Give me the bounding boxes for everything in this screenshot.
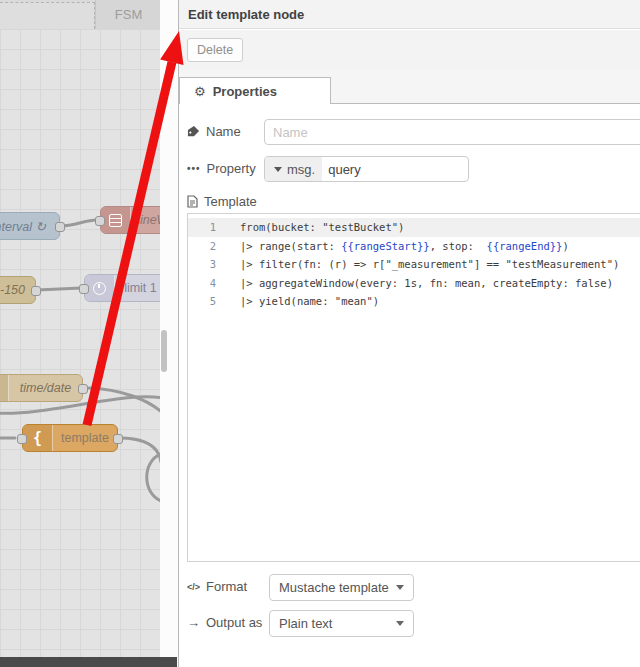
workspace-tabbar: FSM [0, 0, 160, 29]
edit-template-dialog: Edit template node Delete ⚙ Properties N… [178, 0, 640, 667]
flow-workspace: FSM interval ↻sineWaves-150limit 1 msgft… [0, 0, 160, 657]
node-s-150[interactable]: s-150 [0, 276, 36, 304]
ellipsis-icon: ••• [187, 163, 201, 174]
name-label-text: Name [206, 124, 241, 139]
node-sineWave[interactable]: sineWave [100, 206, 160, 234]
code-line[interactable]: 3|> filter(fn: (r) => r["_measurement"] … [188, 255, 640, 274]
line-number: 3 [188, 255, 216, 274]
code-text: |> yield(name: "mean") [240, 292, 379, 311]
code-icon: </> [187, 582, 200, 592]
property-type-selector[interactable]: msg. [265, 157, 322, 181]
file-code-icon [187, 195, 198, 208]
node-label: template [53, 431, 117, 445]
property-label-text: Property [207, 161, 256, 176]
node-port[interactable] [79, 284, 89, 294]
output-as-label-text: Output as [206, 615, 262, 630]
delete-button[interactable]: Delete [187, 38, 243, 62]
property-value[interactable]: query [322, 162, 361, 177]
flow-wires [0, 29, 160, 657]
doc-icon [101, 207, 131, 233]
chevron-down-icon [396, 621, 404, 626]
node-port[interactable] [17, 434, 27, 444]
node-label: limit 1 msg [115, 281, 160, 295]
template-code-editor[interactable]: 1from(bucket: "testBucket")2|> range(sta… [187, 213, 640, 562]
code-line[interactable]: 2|> range(start: {{rangeStart}}, stop: {… [188, 237, 640, 256]
code-text: |> aggregateWindow(every: 1s, fn: mean, … [240, 274, 613, 293]
tab-properties-label: Properties [213, 84, 277, 99]
dialog-toolbar: Delete [179, 30, 640, 70]
tab-properties[interactable]: ⚙ Properties [179, 77, 331, 104]
chevron-down-icon [396, 585, 404, 590]
flow-canvas[interactable]: interval ↻sineWaves-150limit 1 msgftime/… [0, 29, 160, 657]
format-label-text: Format [206, 579, 247, 594]
template-label: Template [187, 194, 257, 209]
format-select[interactable]: Mustache template [269, 574, 414, 601]
bottom-bar [0, 657, 177, 667]
node-port[interactable] [55, 222, 65, 232]
code-text: |> filter(fn: (r) => r["_measurement"] =… [240, 255, 619, 274]
brace-icon: { [23, 425, 53, 451]
output-as-select[interactable]: Plain text [269, 610, 414, 637]
property-prefix: msg. [287, 162, 315, 177]
wire[interactable] [147, 454, 160, 501]
format-select-value: Mustache template [279, 580, 389, 595]
node-time-date[interactable]: ftime/date [0, 374, 83, 402]
line-number: 1 [188, 218, 216, 237]
line-number: 4 [188, 274, 216, 293]
tag-icon [187, 125, 200, 138]
code-line[interactable]: 4|> aggregateWindow(every: 1s, fn: mean,… [188, 274, 640, 293]
line-number: 2 [188, 237, 216, 256]
code-text: |> range(start: {{rangeStart}}, stop: {{… [240, 237, 569, 256]
workspace-tab-ghost[interactable] [0, 2, 95, 29]
code-text: from(bucket: "testBucket") [240, 218, 404, 237]
output-as-select-value: Plain text [279, 616, 332, 631]
canvas-scrollbar-thumb[interactable] [161, 330, 167, 372]
node-template[interactable]: {template [22, 424, 118, 452]
code-line[interactable]: 5|> yield(name: "mean") [188, 292, 640, 311]
arrow-right-icon: → [187, 615, 200, 630]
format-label: </> Format [187, 579, 247, 594]
property-label: ••• Property [187, 161, 256, 176]
fx-icon: f [0, 375, 9, 401]
node-port[interactable] [113, 434, 123, 444]
name-input[interactable] [264, 119, 640, 145]
wire[interactable] [37, 288, 81, 290]
node-label: sineWave [131, 213, 160, 227]
node-label: interval ↻ [0, 219, 59, 234]
caret-down-icon [274, 167, 282, 172]
output-as-label: → Output as [187, 615, 262, 630]
node-port[interactable] [31, 286, 41, 296]
node-limit[interactable]: limit 1 msg [84, 274, 160, 302]
code-line[interactable]: 1from(bucket: "testBucket") [188, 218, 640, 237]
template-label-text: Template [204, 194, 257, 209]
clock-icon [85, 275, 115, 301]
workspace-tab-fsm[interactable]: FSM [95, 0, 161, 29]
node-port[interactable] [78, 384, 88, 394]
line-number: 5 [188, 292, 216, 311]
node-label: time/date [9, 381, 82, 395]
property-typed-input[interactable]: msg. query [264, 156, 469, 182]
dialog-title: Edit template node [179, 0, 640, 29]
node-port[interactable] [95, 216, 105, 226]
gear-icon: ⚙ [194, 84, 206, 99]
node-label: s-150 [0, 283, 35, 297]
dialog-body: Name ••• Property msg. query Template [179, 104, 640, 667]
screen: FSM interval ↻sineWaves-150limit 1 msgft… [0, 0, 640, 667]
name-label: Name [187, 124, 241, 139]
node-interval[interactable]: interval ↻ [0, 212, 60, 240]
dialog-tabrow: ⚙ Properties [179, 70, 640, 104]
